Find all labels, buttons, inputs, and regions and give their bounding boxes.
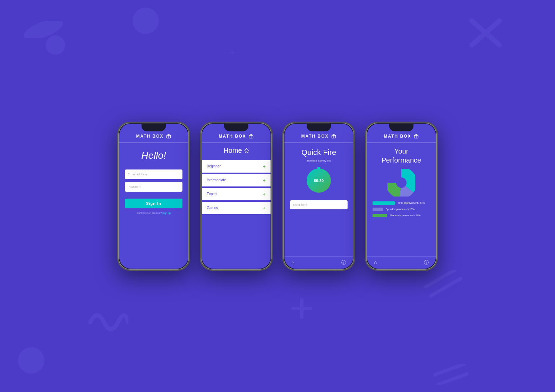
expert-label: Expert	[207, 192, 217, 196]
home-screen: MATH BOX Home	[202, 124, 271, 269]
stat-speed: Speed Improvement / 16%	[373, 208, 430, 211]
quickfire-title: Quick Fire	[301, 148, 336, 157]
answer-field[interactable]: Enter here	[290, 200, 348, 209]
stat-memory: Memory Improvement / 23%	[373, 214, 430, 217]
games-label: Games	[207, 206, 218, 210]
home-heading: Home	[202, 147, 271, 155]
deco-circle-bottom	[17, 347, 45, 374]
stat-bar-speed	[373, 208, 383, 211]
deco-divide: ÷	[225, 45, 239, 59]
games-plus: +	[263, 205, 266, 211]
info-nav-icon-4[interactable]: ⓘ	[424, 260, 429, 266]
deco-plus	[291, 298, 312, 319]
phones-container: MATH BOX Hello! Email address Password	[117, 122, 438, 271]
notch-4	[389, 124, 413, 131]
intermediate-plus: +	[263, 177, 266, 183]
box-icon-3	[331, 133, 336, 139]
home-nav-icon-4[interactable]: ⌂	[374, 260, 377, 266]
info-nav-icon-3[interactable]: ⓘ	[341, 260, 346, 266]
signup-text: Dont have an account? Sign up	[137, 212, 171, 214]
phone-home: MATH BOX Home	[200, 122, 273, 271]
quickfire-subtitle: Increase £50 by 8%	[307, 159, 331, 162]
deco-wave	[87, 305, 128, 340]
email-field[interactable]: Email address	[125, 169, 182, 179]
svg-line-12	[438, 374, 468, 385]
app-name-1: MATH BOX	[136, 134, 163, 139]
menu-item-games[interactable]: Games +	[202, 202, 271, 214]
notch-2	[224, 124, 248, 131]
notch-1	[142, 124, 166, 131]
stat-label-speed: Speed Improvement / 16%	[386, 208, 415, 210]
expert-plus: +	[263, 191, 266, 197]
timer-text: 00:30	[314, 178, 324, 183]
box-icon-4	[413, 133, 419, 139]
notch-3	[307, 124, 331, 131]
quickfire-content: Quick Fire Increase £50 by 8% 00:30 Ente…	[284, 143, 353, 256]
menu-item-intermediate[interactable]: Intermediate +	[202, 174, 271, 186]
menu-item-beginner[interactable]: Beginner +	[202, 160, 271, 173]
stat-total: Total Improvement / 61%	[373, 201, 430, 205]
password-field[interactable]: Password	[125, 182, 182, 192]
svg-line-11	[435, 364, 464, 375]
svg-text:÷: ÷	[230, 47, 235, 58]
deco-x	[468, 17, 503, 49]
stat-label-total: Total Improvement / 61%	[398, 202, 425, 204]
home-nav-icon-3[interactable]: ⌂	[291, 260, 294, 266]
stat-label-memory: Memory Improvement / 23%	[390, 214, 420, 217]
email-placeholder: Email address	[128, 173, 147, 176]
deco-lines2	[434, 364, 468, 385]
phone-performance: MATH BOX Your Performance	[365, 122, 438, 271]
enter-placeholder: Enter here	[293, 203, 307, 207]
beginner-label: Beginner	[207, 164, 221, 168]
login-content: Hello! Email address Password Sign In Do…	[119, 143, 188, 269]
performance-screen: MATH BOX Your Performance	[367, 124, 436, 269]
login-screen: MATH BOX Hello! Email address Password	[119, 124, 188, 269]
home-content: Home Beginner + Intermediate + Ex	[202, 143, 271, 269]
box-icon-2	[248, 133, 254, 139]
box-icon-1	[166, 133, 171, 139]
app-name-2: MATH BOX	[219, 134, 246, 139]
svg-point-2	[46, 35, 65, 55]
beginner-plus: +	[263, 164, 266, 169]
timer-circle: 00:30	[307, 168, 331, 193]
svg-point-6	[18, 347, 44, 374]
stat-bar-memory	[373, 214, 387, 217]
menu-item-expert[interactable]: Expert +	[202, 188, 271, 200]
phone-quickfire: MATH BOX Quick Fire Increase £50 by 8% 0…	[282, 122, 355, 271]
quickfire-bottom-nav: ⌂ ⓘ	[284, 256, 353, 269]
stat-bar-total	[373, 201, 395, 205]
stats-list: Total Improvement / 61% Speed Improvemen…	[373, 201, 430, 220]
pie-chart	[387, 169, 415, 197]
intermediate-label: Intermediate	[207, 178, 226, 182]
phone-login: MATH BOX Hello! Email address Password	[117, 122, 190, 271]
hello-heading: Hello!	[141, 150, 166, 161]
performance-title: Your Performance	[382, 147, 421, 165]
svg-point-1	[133, 8, 159, 34]
performance-content: Your Performance Total Im	[367, 143, 436, 256]
app-name-4: MATH BOX	[384, 134, 411, 139]
deco-circle	[132, 7, 160, 35]
password-placeholder: Password	[128, 185, 142, 189]
performance-bottom-nav: ⌂ ⓘ	[367, 256, 436, 269]
deco-small-circle	[45, 35, 66, 55]
app-name-3: MATH BOX	[301, 134, 328, 139]
signup-link[interactable]: Sign up	[162, 212, 171, 214]
home-icon	[244, 148, 249, 153]
sign-in-button[interactable]: Sign In	[125, 199, 182, 208]
deco-lines	[423, 270, 465, 298]
quickfire-screen: MATH BOX Quick Fire Increase £50 by 8% 0…	[284, 124, 353, 269]
